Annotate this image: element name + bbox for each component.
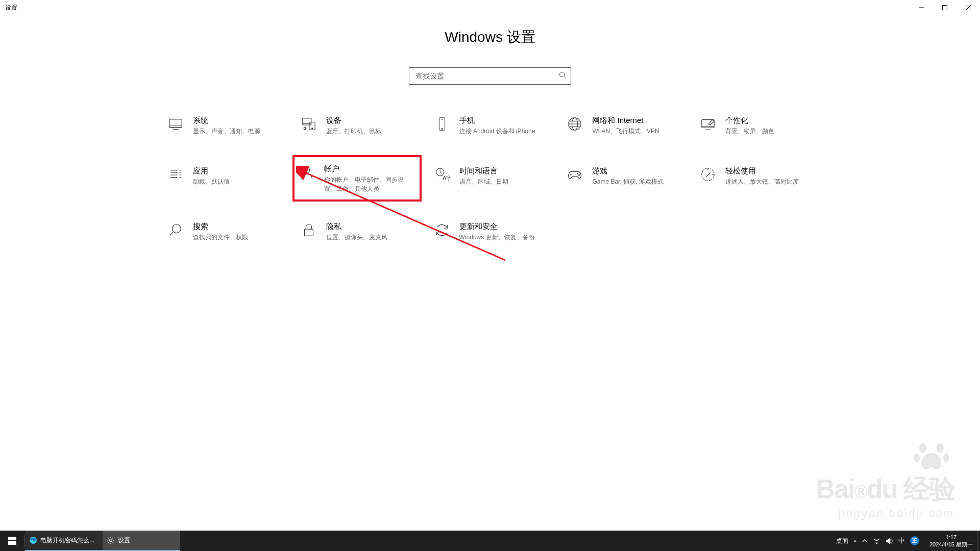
svg-point-8: [442, 128, 443, 129]
minimize-button[interactable]: [910, 0, 933, 15]
taskbar-time: 1:17: [929, 534, 973, 541]
category-title: 轻松使用: [725, 165, 799, 176]
category-desc: 背景、锁屏、颜色: [725, 127, 774, 136]
taskbar-app-label: 设置: [118, 536, 130, 545]
svg-point-23: [937, 443, 944, 453]
svg-point-16: [579, 174, 580, 176]
taskbar-app-settings[interactable]: 设置: [103, 531, 180, 551]
gaming-icon: [567, 166, 583, 183]
category-accounts[interactable]: 帐户你的帐户、电子邮件、同步设置、工作、其他人员: [292, 155, 422, 202]
taskbar-date: 2024/4/15: [929, 541, 954, 547]
start-button[interactable]: [0, 531, 24, 551]
ease-of-access-icon: [700, 166, 716, 183]
category-devices[interactable]: 设备蓝牙、打印机、鼠标: [297, 113, 418, 138]
tray-chevron-up-icon[interactable]: [862, 538, 868, 544]
svg-rect-0: [943, 6, 947, 10]
time-language-icon: A字: [434, 166, 450, 183]
category-network[interactable]: 网络和 InternetWLAN、飞行模式、VPN: [562, 113, 683, 138]
category-title: 系统: [193, 115, 260, 126]
svg-point-22: [919, 443, 926, 453]
svg-point-5: [311, 128, 312, 129]
taskbar-weekday: 星期一: [956, 541, 973, 547]
svg-rect-29: [12, 541, 16, 545]
apps-icon: [167, 166, 184, 183]
search-icon: [559, 71, 567, 81]
search-category-icon: [167, 222, 184, 238]
svg-rect-19: [304, 229, 313, 236]
category-title: 时间和语言: [459, 165, 508, 176]
gear-icon: [107, 536, 115, 544]
category-title: 更新和安全: [459, 221, 535, 232]
taskbar-datetime[interactable]: 1:17 2024/4/15 星期一: [925, 534, 977, 548]
svg-point-31: [110, 539, 112, 542]
category-desc: 你的帐户、电子邮件、同步设置、工作、其他人员: [324, 175, 411, 193]
svg-rect-26: [8, 537, 12, 540]
globe-icon: [567, 116, 583, 132]
taskbar-app-browser[interactable]: 电脑开机密码怎么...: [25, 531, 103, 551]
category-personalization[interactable]: 个性化背景、锁屏、颜色: [696, 113, 817, 138]
windows-icon: [8, 537, 16, 545]
svg-text:A字: A字: [443, 175, 450, 181]
close-icon: [966, 5, 971, 10]
svg-point-12: [304, 167, 309, 173]
svg-rect-3: [303, 118, 311, 125]
system-icon: [167, 116, 184, 132]
svg-point-25: [943, 454, 949, 462]
maximize-button[interactable]: [933, 0, 957, 15]
volume-icon[interactable]: [886, 537, 893, 545]
update-icon: [434, 222, 450, 238]
category-desc: Game Bar, 捕获, 游戏模式: [592, 177, 663, 186]
category-phone[interactable]: 手机连接 Android 设备和 iPhone: [430, 113, 551, 138]
category-title: 手机: [459, 115, 535, 126]
accounts-icon: [299, 164, 315, 181]
category-apps[interactable]: 应用卸载、默认值: [163, 163, 284, 193]
category-privacy[interactable]: 隐私位置、摄像头、麦克风: [297, 219, 418, 244]
category-title: 游戏: [592, 165, 663, 176]
svg-point-32: [876, 543, 877, 544]
category-time-language[interactable]: A字 时间和语言语音、区域、日期: [430, 163, 551, 193]
edge-icon: [29, 536, 37, 544]
category-desc: 连接 Android 设备和 iPhone: [459, 127, 535, 136]
phone-icon: [434, 116, 450, 132]
svg-rect-27: [12, 537, 16, 540]
category-desc: 位置、摄像头、麦克风: [326, 233, 387, 242]
ime-badge[interactable]: 王: [910, 536, 919, 545]
category-desc: 显示、声音、通知、电源: [193, 127, 260, 136]
minimize-icon: [919, 5, 924, 10]
category-title: 搜索: [193, 221, 248, 232]
privacy-icon: [301, 222, 317, 238]
watermark: Bai®du 经验 jingyan.baidu.com: [816, 441, 954, 520]
category-title: 帐户: [324, 163, 411, 174]
category-title: 个性化: [725, 115, 774, 126]
category-system[interactable]: 系统显示、声音、通知、电源: [163, 113, 284, 138]
category-title: 应用: [193, 165, 230, 176]
svg-point-1: [559, 72, 564, 77]
category-title: 网络和 Internet: [592, 115, 659, 126]
page-title: Windows 设置: [0, 28, 980, 47]
category-desc: WLAN、飞行模式、VPN: [592, 127, 659, 136]
category-gaming[interactable]: 游戏Game Bar, 捕获, 游戏模式: [562, 163, 683, 193]
category-title: 隐私: [326, 221, 387, 232]
search-box[interactable]: [409, 67, 571, 85]
tray-desktop-label[interactable]: 桌面: [836, 537, 848, 545]
svg-rect-28: [8, 541, 12, 545]
category-desc: Windows 更新、恢复、备份: [459, 233, 535, 242]
category-update-security[interactable]: 更新和安全Windows 更新、恢复、备份: [430, 219, 551, 244]
search-input[interactable]: [415, 72, 559, 80]
wifi-icon[interactable]: [873, 537, 880, 545]
maximize-icon: [942, 5, 947, 10]
devices-icon: [301, 116, 317, 132]
category-search[interactable]: 搜索查找我的文件、权限: [163, 219, 284, 244]
category-desc: 讲述人、放大镜、高对比度: [725, 177, 799, 186]
taskbar-app-label: 电脑开机密码怎么...: [40, 536, 94, 545]
category-title: 设备: [326, 115, 381, 126]
category-ease-of-access[interactable]: 轻松使用讲述人、放大镜、高对比度: [696, 163, 817, 193]
show-desktop-button[interactable]: [977, 531, 980, 551]
tray-overflow-icon[interactable]: »: [853, 540, 856, 542]
ime-indicator[interactable]: 中: [898, 536, 905, 545]
close-button[interactable]: [957, 0, 980, 15]
category-desc: 蓝牙、打印机、鼠标: [326, 127, 381, 136]
svg-point-24: [914, 454, 920, 462]
category-desc: 查找我的文件、权限: [193, 233, 248, 242]
category-desc: 语音、区域、日期: [459, 177, 508, 186]
